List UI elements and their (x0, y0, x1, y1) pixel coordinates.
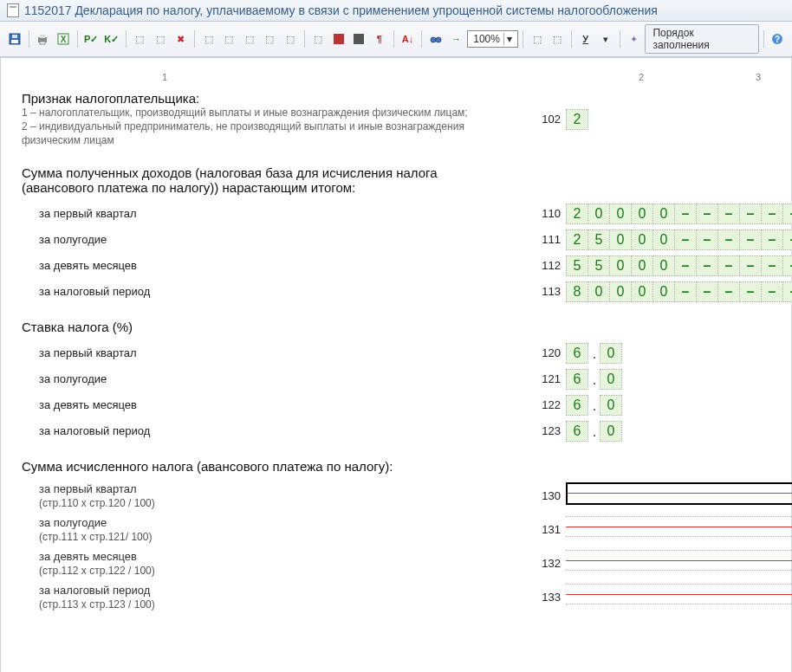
rate-dec-cell[interactable]: 0 (600, 343, 622, 364)
taxpayer-sign-cell[interactable]: 2 (566, 109, 588, 130)
digit-cell[interactable]: 0 (631, 204, 653, 224)
digit-cell[interactable]: 0 (652, 229, 675, 250)
rate-int-cell[interactable]: 6 (566, 421, 588, 442)
tool-icon-6[interactable]: ⬚ (240, 29, 259, 48)
save-icon[interactable] (5, 29, 24, 48)
stop-icon[interactable] (350, 29, 369, 48)
calc-input[interactable] (566, 516, 792, 537)
underline-icon[interactable]: У (576, 29, 595, 48)
digit-cell[interactable]: 0 (652, 281, 675, 302)
digit-cell[interactable]: – (761, 281, 783, 302)
digit-cell[interactable]: – (782, 281, 792, 302)
digit-cell[interactable]: 8 (566, 281, 588, 302)
digit-cell[interactable]: – (739, 204, 762, 224)
digit-cells[interactable]: 80000–––––– (566, 281, 792, 302)
tool-icon-3[interactable]: ✖ (172, 29, 191, 48)
tool-icon-7[interactable]: ⬚ (261, 29, 280, 48)
zoom-dropdown-icon[interactable]: ▾ (503, 33, 516, 45)
digit-cell[interactable]: – (717, 204, 740, 224)
digit-cell[interactable]: – (717, 281, 740, 302)
digit-cell[interactable]: – (674, 229, 697, 250)
digit-cell[interactable]: – (761, 255, 783, 276)
calc-formula: (стр.110 x стр.120 / 100) (39, 497, 542, 509)
digit-cell[interactable]: – (739, 255, 762, 276)
rate-cells[interactable]: 6.0 (566, 421, 770, 442)
digit-cell[interactable]: 5 (588, 229, 610, 250)
rate-cells[interactable]: 6.0 (566, 343, 770, 364)
rate-dec-cell[interactable]: 0 (600, 421, 622, 442)
digit-cell[interactable]: – (674, 281, 697, 302)
p-check-icon[interactable]: P✓ (82, 29, 101, 48)
digit-cell[interactable]: 0 (609, 204, 632, 224)
rate-dec-cell[interactable]: 0 (600, 395, 622, 416)
digit-cell[interactable]: – (782, 255, 792, 276)
digit-cells[interactable]: 55000–––––– (566, 255, 792, 276)
binoculars-icon[interactable] (426, 29, 445, 48)
digit-cell[interactable]: 0 (588, 281, 610, 302)
tool-icon-10[interactable]: ⬚ (528, 29, 547, 48)
digit-cell[interactable]: – (782, 229, 792, 250)
tool-icon-5[interactable]: ⬚ (220, 29, 239, 48)
rate-int-cell[interactable]: 6 (566, 343, 588, 364)
digit-cells[interactable]: 20000–––––– (566, 204, 792, 224)
k-check-icon[interactable]: K✓ (102, 29, 121, 48)
digit-cell[interactable]: 0 (652, 255, 675, 276)
digit-cell[interactable]: 0 (631, 281, 653, 302)
svg-rect-2 (12, 35, 17, 38)
font-a-icon[interactable]: A↓ (399, 29, 418, 48)
calc-formula: (стр.112 x стр.122 / 100) (39, 565, 542, 577)
digit-cell[interactable]: – (739, 281, 762, 302)
record-icon[interactable] (329, 29, 348, 48)
zoom-select[interactable]: 100% ▾ (467, 30, 518, 48)
digit-cell[interactable]: 2 (566, 204, 588, 224)
print-icon[interactable] (34, 29, 53, 48)
digit-cell[interactable]: – (674, 255, 697, 276)
digit-cell[interactable]: 0 (609, 281, 632, 302)
digit-cell[interactable]: – (696, 204, 718, 224)
pilcrow-icon[interactable]: ¶ (370, 29, 389, 48)
digit-cell[interactable]: – (761, 229, 783, 250)
tool-icon-2[interactable]: ⬚ (151, 29, 170, 48)
help-icon[interactable]: ? (769, 29, 788, 48)
rate-int-cell[interactable]: 6 (566, 395, 588, 416)
digit-cell[interactable]: – (782, 204, 792, 224)
tool-icon-1[interactable]: ⬚ (131, 29, 150, 48)
digit-cell[interactable]: 0 (609, 229, 632, 250)
digit-cell[interactable]: – (739, 229, 762, 250)
digit-cell[interactable]: – (696, 255, 718, 276)
digit-cell[interactable]: 0 (631, 255, 653, 276)
digit-cell[interactable]: 5 (566, 255, 588, 276)
rate-dec-cell[interactable]: 0 (600, 369, 622, 390)
excel-icon[interactable]: X (54, 29, 73, 48)
digit-cell[interactable]: – (674, 204, 697, 224)
calc-input[interactable] (566, 550, 792, 571)
digit-cell[interactable]: – (717, 255, 740, 276)
digit-cells[interactable]: 25000–––––– (566, 229, 792, 250)
arrow-right-icon[interactable]: → (447, 29, 466, 48)
digit-cell[interactable]: 5 (588, 255, 610, 276)
digit-cell[interactable]: 0 (652, 204, 675, 224)
digit-cell[interactable]: 0 (609, 255, 632, 276)
digit-cell[interactable]: 2 (566, 229, 588, 250)
decimal-dot: . (588, 421, 600, 442)
digit-cell[interactable]: – (761, 204, 783, 224)
digit-cell[interactable]: – (696, 281, 718, 302)
tool-icon-8[interactable]: ⬚ (281, 29, 300, 48)
wand-icon[interactable]: ✦ (625, 29, 644, 48)
calc-input[interactable] (566, 482, 792, 505)
dropdown-icon[interactable]: ▾ (596, 29, 615, 48)
tool-icon-9[interactable]: ⬚ (309, 29, 328, 48)
digit-cell[interactable]: 0 (588, 204, 610, 224)
col-2-label: 2 (576, 72, 706, 82)
digit-cell[interactable]: – (717, 229, 740, 250)
tool-icon-11[interactable]: ⬚ (548, 29, 567, 48)
rate-cells[interactable]: 6.0 (566, 395, 770, 416)
tool-icon-4[interactable]: ⬚ (199, 29, 218, 48)
calc-input[interactable] (566, 584, 792, 604)
rate-int-cell[interactable]: 6 (566, 369, 588, 390)
order-button[interactable]: Порядок заполнения (645, 24, 758, 54)
rate-cells[interactable]: 6.0 (566, 369, 770, 390)
digit-cell[interactable]: – (696, 229, 718, 250)
svg-rect-4 (40, 35, 45, 38)
digit-cell[interactable]: 0 (631, 229, 653, 250)
